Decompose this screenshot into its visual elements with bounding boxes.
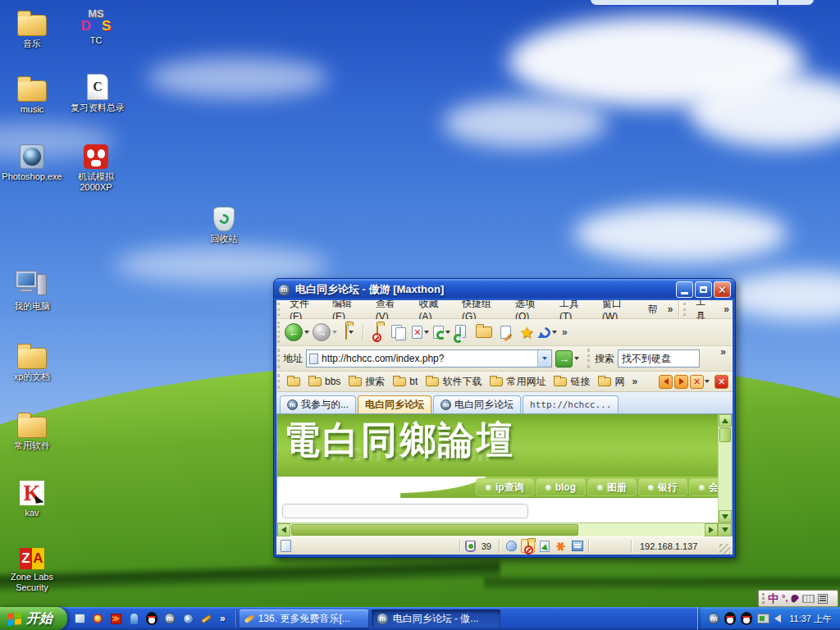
qq-icon[interactable] [145,612,158,625]
volume-tray-icon[interactable] [774,614,781,623]
toolbar-overflow-chevron[interactable]: » [559,326,571,338]
favorites-button[interactable]: ★ [516,321,537,344]
taskbar-clock[interactable]: 11:37 上午 [789,613,832,625]
horizontal-scroll-thumb[interactable] [291,524,578,536]
menu-overflow-chevron[interactable]: » [664,304,677,315]
maximize-button[interactable] [695,281,712,298]
desktop-icon-review-notes[interactable]: C 复习资料总录 [66,69,130,113]
horizontal-scrollbar[interactable] [276,523,733,536]
close-tab-option-button[interactable]: ✕ [690,375,704,389]
messenger-icon[interactable] [127,612,140,625]
prev-tab-button[interactable] [659,375,673,389]
vertical-scrollbar[interactable] [718,414,732,523]
bookmark-folder[interactable] [283,372,304,391]
bookmark-web[interactable]: 网 [594,372,628,391]
address-dropdown-button[interactable] [537,350,551,367]
bookmark-bt[interactable]: bt [389,372,422,391]
tab-forum-active[interactable]: 电白同乡论坛 [358,395,431,413]
forward-button[interactable]: → [311,321,339,344]
desktop-icon-kav[interactable]: K kav [0,474,64,518]
popup-blocker-button[interactable] [367,321,388,344]
toolbar-grip[interactable] [277,374,281,389]
ime-menu-icon[interactable] [818,594,828,604]
offscreen-window-fragment[interactable] [589,0,815,7]
taskbar-task-music[interactable]: 136. 更多免费音乐[... [240,609,368,628]
toolbar-grip[interactable] [277,349,281,368]
desktop-icon-exam-sim[interactable]: 机试模拟 2000XP [64,138,128,193]
scroll-left-button[interactable] [277,523,290,536]
chinese-mode-icon[interactable]: 中 [768,593,778,604]
address-overflow-chevron[interactable]: » [717,346,729,358]
next-tab-button[interactable] [674,375,688,389]
refresh-all-button[interactable] [452,321,473,344]
bookmark-common-sites[interactable]: 常用网址 [486,372,550,391]
copy-button[interactable] [388,321,409,344]
tab-forum-2[interactable]: 电白同乡论坛 [433,395,521,413]
desktop-icon-music-cn[interactable]: 音乐 [0,5,64,49]
punctuation-icon[interactable]: °, [782,594,788,603]
bookmarks-overflow-chevron[interactable]: » [628,376,641,387]
desktop-icon-music-en[interactable]: music [0,71,64,115]
undo-button[interactable] [537,321,559,344]
go-dropdown-caret[interactable] [574,357,579,360]
back-button[interactable]: ← [283,321,311,344]
bookmark-downloads[interactable]: 软件下载 [422,372,486,391]
flashget-icon[interactable]: ≫ [109,612,122,625]
vertical-scroll-thumb[interactable] [719,427,731,442]
scroll-down-button[interactable] [719,510,732,523]
search-tool-icon[interactable] [91,612,104,625]
maxthon-icon[interactable] [163,612,176,625]
address-url[interactable]: http://hchcc.com/index.php? [322,353,537,364]
quick-launch-overflow[interactable]: » [217,613,228,624]
gold-pen-icon[interactable] [199,612,212,625]
up-button[interactable]: ↑ [339,321,360,344]
menu-overflow-chevron[interactable]: » [720,304,733,315]
forum-banner[interactable]: hchcc.com 電白同鄉論壇 [277,414,718,477]
proxy-hand-icon[interactable] [504,539,518,553]
nav-bank[interactable]: 银行 [638,478,687,496]
tab-url[interactable]: http://hchcc... [523,395,619,413]
nav-members[interactable]: 会 [689,478,718,496]
scroll-right-button[interactable] [705,523,718,536]
nav-ip-lookup[interactable]: ip查询 [476,478,534,496]
close-button[interactable]: ✕ [714,281,731,298]
ime-brush-icon[interactable] [791,595,799,603]
soft-keyboard-icon[interactable] [802,595,815,603]
qq-tray-icon[interactable] [741,612,752,625]
refresh-button[interactable] [431,321,452,344]
form-edit-icon[interactable] [570,539,584,553]
nav-blog[interactable]: blog [536,478,586,496]
desktop-icon-tc[interactable]: MS DOS TC [64,2,128,46]
plugin-icon[interactable] [537,539,551,553]
start-button[interactable]: 开始 [0,607,67,630]
tab-my-topics[interactable]: 我参与的... [280,395,356,413]
close-dropdown-caret[interactable] [705,380,710,383]
desktop-icon-xp-docs[interactable]: xp的文档 [0,338,64,382]
desktop-icon-common-software[interactable]: 常用软件 [0,407,64,451]
toolbar-grip[interactable] [277,303,281,316]
address-input[interactable]: http://hchcc.com/index.php? [306,349,552,368]
resize-grip[interactable] [719,544,730,555]
bookmark-bbs[interactable]: bbs [304,372,345,391]
bookmark-links[interactable]: 链接 [550,372,594,391]
desktop-icon-photoshop[interactable]: Photoshop.exe [0,138,64,182]
form-fill-button[interactable] [495,321,516,344]
media-player-icon[interactable] [181,612,194,625]
desktop-icon-recycle-bin[interactable]: 回收站 [192,200,256,244]
nav-albums[interactable]: 图册 [587,478,637,496]
flash-filter-icon[interactable] [554,539,568,553]
trash-bucket-icon[interactable] [465,541,476,552]
popup-filter-icon[interactable] [521,539,535,553]
title-bar[interactable]: 电白同乡论坛 - 傲游 [Maxthon] ✕ [274,279,735,300]
minimize-button[interactable] [676,281,693,298]
show-desktop-icon[interactable] [73,612,86,625]
menu-help[interactable]: 帮 [641,300,664,319]
close-all-button[interactable]: ✕ [714,375,728,389]
taskbar-task-forum[interactable]: 电白同乡论坛 - 傲... [372,609,500,628]
toolbar-grip[interactable] [587,349,591,368]
qq-tray-icon[interactable] [724,612,736,625]
go-button[interactable]: → [555,350,573,368]
search-input[interactable]: 找不到硬盘 [618,349,700,368]
folders-button[interactable] [473,321,495,344]
close-page-button[interactable]: ✕ [409,321,431,344]
